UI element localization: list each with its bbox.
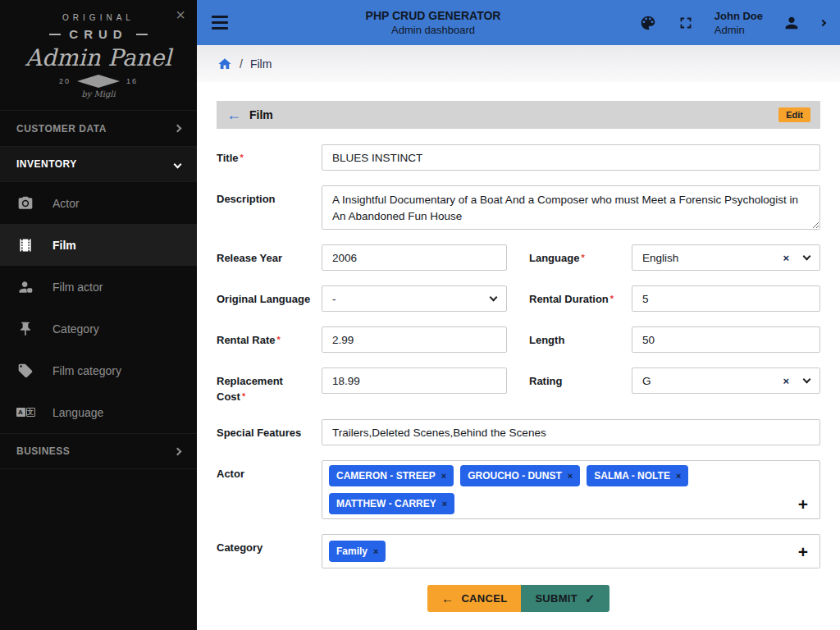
rental-duration-label: Rental Duration* [529, 285, 632, 307]
language-select[interactable]: English × [632, 244, 820, 271]
sidebar-logo: × ORIGINAL CRUD Admin Panel 20 16 by Mig… [0, 0, 197, 110]
actor-tag: MATTHEW - CARREY× [329, 493, 454, 514]
add-actor-icon[interactable]: + [798, 495, 808, 513]
dash-decoration [49, 34, 61, 35]
category-label: Category [217, 534, 322, 555]
remove-tag-icon[interactable]: × [441, 471, 446, 481]
category-tag: Family× [329, 541, 386, 562]
title-label: Title* [217, 144, 322, 166]
tag-icon [16, 363, 34, 379]
clear-icon[interactable]: × [783, 252, 789, 264]
form-row-cost-rating: Replacement Cost* Rating G × [217, 368, 820, 404]
original-language-label: Original Language [217, 285, 322, 307]
sidebar-group-label: CUSTOMER DATA [16, 123, 107, 135]
actor-label: Actor [217, 460, 322, 482]
form-row-special-features: Special Features [217, 419, 820, 445]
remove-tag-icon[interactable]: × [442, 499, 447, 509]
home-icon[interactable] [217, 57, 232, 71]
required-marker: * [240, 153, 244, 162]
logo-byline: by Migli [0, 89, 197, 98]
user-menu[interactable]: John Doe Admin [714, 9, 763, 37]
sidebar-item-language[interactable]: A文 Language [0, 391, 197, 433]
top-header: PHP CRUD GENERATOR Admin dashboard John … [197, 0, 840, 45]
panel-header: ← Film Edit [217, 101, 820, 129]
palette-icon[interactable] [639, 14, 657, 32]
content-area: ← Film Edit Title* Description A Insight… [197, 82, 840, 630]
length-input[interactable] [632, 326, 820, 353]
chevron-down-icon [803, 252, 811, 260]
sidebar-item-film-actor[interactable]: Film actor [0, 266, 197, 308]
sidebar-item-label: Language [52, 406, 103, 419]
user-icon[interactable] [783, 14, 801, 32]
back-arrow-icon: ← [441, 591, 454, 605]
chevron-down-icon [803, 375, 811, 383]
back-arrow-icon[interactable]: ← [226, 107, 241, 122]
breadcrumb-separator: / [240, 57, 243, 71]
rating-label: Rating [529, 368, 632, 389]
breadcrumb-current: Film [250, 57, 272, 71]
release-year-input[interactable] [322, 244, 507, 271]
replacement-cost-label: Replacement Cost* [217, 368, 322, 404]
clear-icon[interactable]: × [783, 375, 789, 387]
chevron-right-icon [174, 125, 182, 133]
actor-tag: CAMERON - STREEP× [329, 465, 454, 486]
camera-icon [16, 195, 34, 212]
rental-duration-input[interactable] [632, 285, 820, 312]
replacement-cost-input[interactable] [322, 368, 507, 394]
description-textarea[interactable]: A Insightful Documentary of a Boat And a… [322, 185, 820, 230]
header-title-block: PHP CRUD GENERATOR Admin dashboard [366, 9, 501, 36]
add-category-icon[interactable]: + [798, 543, 808, 560]
fullscreen-icon[interactable] [677, 14, 695, 32]
logo-crud-text: CRUD [0, 27, 197, 41]
required-marker: * [581, 253, 584, 262]
length-label: Length [529, 326, 632, 348]
sidebar-group-customer-data[interactable]: CUSTOMER DATA [0, 110, 197, 146]
required-marker: * [277, 335, 281, 345]
remove-tag-icon[interactable]: × [568, 471, 573, 481]
sidebar-item-label: Film category [52, 364, 121, 377]
translate-icon: A文 [16, 408, 34, 417]
sidebar-item-film-category[interactable]: Film category [0, 349, 197, 391]
sidebar-item-label: Film actor [52, 281, 103, 294]
remove-tag-icon[interactable]: × [373, 546, 378, 556]
category-tagbox[interactable]: Family× + [322, 534, 820, 568]
form-row-actor: Actor CAMERON - STREEP× GROUCHO - DUNST×… [217, 460, 820, 519]
sidebar-group-inventory[interactable]: INVENTORY [0, 146, 197, 182]
form-row-rate-length: Rental Rate* Length [217, 326, 820, 353]
chevron-down-icon [490, 293, 498, 301]
sidebar-item-film[interactable]: Film [0, 224, 197, 266]
edit-button[interactable]: Edit [778, 107, 810, 122]
menu-icon[interactable] [212, 16, 228, 30]
header-actions: John Doe Admin [639, 9, 825, 37]
remove-tag-icon[interactable]: × [676, 471, 681, 481]
title-input[interactable] [322, 144, 820, 171]
sidebar-item-label: Actor [52, 197, 80, 210]
language-select-value: English [642, 252, 678, 264]
chevron-right-icon [174, 447, 182, 455]
cancel-button[interactable]: ←CANCEL [427, 585, 521, 612]
rating-select-value: G [642, 375, 651, 387]
diamond-icon [77, 75, 120, 88]
rental-rate-input[interactable] [322, 326, 507, 353]
original-language-select[interactable]: - [322, 285, 507, 312]
required-marker: * [610, 294, 614, 304]
form-row-title: Title* [217, 144, 820, 171]
close-icon[interactable]: × [176, 7, 185, 23]
actor-tagbox[interactable]: CAMERON - STREEP× GROUCHO - DUNST× SALMA… [322, 460, 820, 519]
sidebar-item-actor[interactable]: Actor [0, 182, 197, 224]
sidebar-item-label: Film [52, 239, 76, 252]
rating-select[interactable]: G × [632, 368, 820, 394]
sidebar-item-category[interactable]: Category [0, 308, 197, 349]
chevron-right-icon[interactable] [819, 19, 826, 25]
submit-button[interactable]: SUBMIT✓ [521, 585, 609, 612]
app-subtitle: Admin dashboard [366, 24, 501, 36]
dash-decoration [136, 34, 148, 35]
sidebar-group-business[interactable]: BUSINESS [0, 433, 197, 469]
panel-title: Film [249, 108, 273, 121]
person-tag-icon [16, 279, 34, 295]
app-title: PHP CRUD GENERATOR [366, 9, 501, 22]
user-role: Admin [714, 23, 763, 37]
sidebar-group-label: INVENTORY [16, 158, 77, 170]
form-row-year-language: Release Year Language* English × [217, 244, 820, 271]
special-features-input[interactable] [322, 419, 820, 445]
